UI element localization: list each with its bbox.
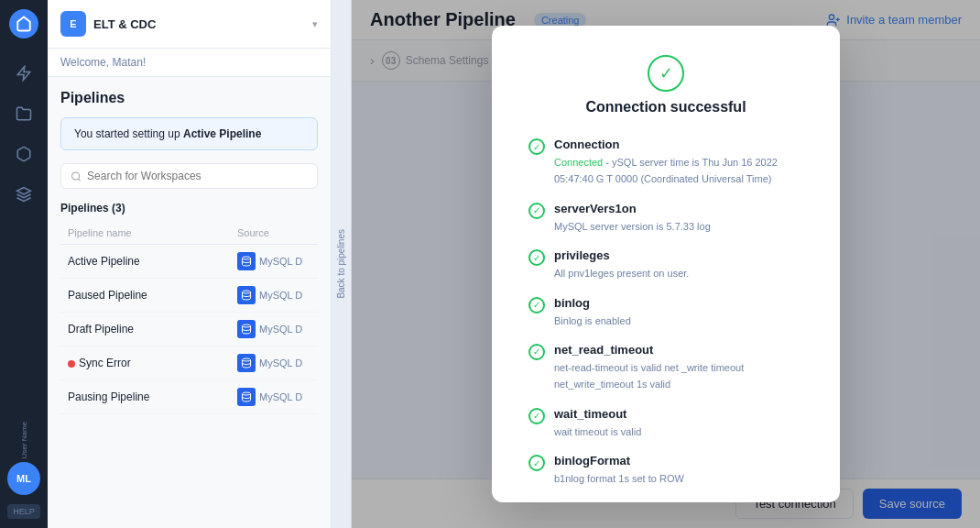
list-item[interactable]: Pausing Pipeline MySQL D bbox=[60, 380, 318, 414]
modal-items-list: ✓ Connection Connected - ySQL server tim… bbox=[528, 138, 803, 487]
check-item: ✓ privileges All pnv1leges present on us… bbox=[528, 248, 803, 280]
pipeline-row-name: Paused Pipeline bbox=[68, 289, 237, 302]
check-item: ✓ binlog Binlog is enabled bbox=[528, 296, 803, 328]
check-icon: ✓ bbox=[528, 203, 545, 219]
modal-overlay: ✓ Connection successful ✓ Connection Con… bbox=[352, 0, 980, 528]
notification-banner: You started setting up Active Pipeline bbox=[60, 117, 318, 150]
check-content: net_read_timeout net-read-timeout is val… bbox=[554, 343, 803, 392]
check-icon: ✓ bbox=[528, 408, 545, 424]
col-header-name: Pipeline name bbox=[68, 227, 237, 238]
pipeline-row-source: MySQL D bbox=[237, 252, 310, 270]
sidebar-bottom: User Name ML HELP bbox=[7, 422, 40, 519]
panel-content: Pipelines You started setting up Active … bbox=[48, 77, 331, 528]
svg-point-8 bbox=[243, 392, 251, 395]
notification-text-before: You started setting up bbox=[74, 127, 180, 140]
sidebar-item-folder[interactable] bbox=[7, 97, 40, 130]
check-label: binlogFormat bbox=[554, 454, 803, 468]
check-desc: b1nlog format 1s set to ROW bbox=[554, 473, 684, 484]
list-item[interactable]: Active Pipeline MySQL D bbox=[60, 245, 318, 279]
avatar[interactable]: ML bbox=[7, 462, 40, 495]
chevron-down-icon[interactable]: ▾ bbox=[312, 18, 318, 30]
pipeline-row-source: MySQL D bbox=[237, 320, 310, 338]
check-content: privileges All pnv1leges present on user… bbox=[554, 248, 803, 280]
svg-marker-0 bbox=[17, 67, 30, 81]
error-dot bbox=[68, 360, 75, 368]
source-label: MySQL D bbox=[259, 290, 302, 301]
svg-point-4 bbox=[243, 257, 251, 259]
db-icon bbox=[237, 252, 256, 270]
pipeline-row-name: Draft Pipeline bbox=[68, 323, 237, 336]
welcome-bar: Welcome, Matan! bbox=[48, 49, 331, 77]
svg-marker-1 bbox=[17, 188, 31, 195]
back-to-pipelines-panel[interactable]: Back to pipelines bbox=[332, 0, 352, 528]
check-item: ✓ Connection Connected - ySQL server tim… bbox=[528, 138, 803, 187]
check-content: wait_timeout wait timeout is valid bbox=[554, 407, 803, 439]
check-item: ✓ net_read_timeout net-read-timeout is v… bbox=[528, 343, 803, 392]
pipeline-list: Active Pipeline MySQL D Paused Pipeline … bbox=[60, 245, 318, 414]
col-header-source: Source bbox=[237, 227, 310, 238]
search-input[interactable] bbox=[87, 170, 308, 182]
sidebar: User Name ML HELP bbox=[0, 0, 48, 528]
table-header: Pipeline name Source bbox=[60, 222, 318, 245]
check-icon: ✓ bbox=[528, 249, 545, 266]
main-area: Another Pipeline Creating Invite a team … bbox=[352, 0, 980, 528]
check-content: Connection Connected - ySQL server time … bbox=[554, 138, 803, 187]
check-content: binlogFormat b1nlog format 1s set to ROW bbox=[554, 454, 803, 486]
pipeline-row-name: Pausing Pipeline bbox=[68, 390, 237, 403]
modal-title-area: ✓ Connection successful bbox=[528, 55, 803, 116]
source-label: MySQL D bbox=[259, 324, 302, 335]
check-label: privileges bbox=[554, 248, 803, 262]
modal-connection-successful: ✓ Connection successful ✓ Connection Con… bbox=[492, 26, 840, 502]
sidebar-item-layers[interactable] bbox=[7, 178, 40, 211]
check-icon: ✓ bbox=[528, 455, 545, 471]
check-label: Connection bbox=[554, 138, 803, 151]
check-desc: net-read-timeout is valid net _write tim… bbox=[554, 362, 744, 390]
check-desc: All pnv1leges present on user. bbox=[554, 268, 689, 279]
svg-point-5 bbox=[243, 291, 251, 293]
list-item[interactable]: Draft Pipeline MySQL D bbox=[60, 313, 318, 346]
check-label: wait_timeout bbox=[554, 407, 803, 421]
check-icon: ✓ bbox=[528, 297, 545, 314]
check-desc: MySQL server version is 5.7.33 log bbox=[554, 221, 711, 232]
check-item: ✓ binlogFormat b1nlog format 1s set to R… bbox=[528, 454, 803, 486]
db-icon bbox=[237, 320, 256, 338]
connected-label: Connected bbox=[554, 157, 603, 168]
list-item[interactable]: Sync Error MySQL D bbox=[60, 346, 318, 380]
check-label: net_read_timeout bbox=[554, 343, 803, 357]
sidebar-item-cube[interactable] bbox=[7, 138, 40, 170]
pipeline-row-source: MySQL D bbox=[237, 286, 310, 304]
svg-point-2 bbox=[72, 171, 80, 179]
page-title: Pipelines bbox=[60, 90, 318, 106]
svg-line-3 bbox=[78, 178, 80, 180]
back-to-pipelines-label: Back to pipelines bbox=[336, 229, 346, 299]
search-box[interactable] bbox=[60, 163, 318, 189]
sidebar-username-label: User Name bbox=[20, 422, 28, 458]
check-label: serverVers1on bbox=[554, 202, 803, 215]
left-panel: E ELT & CDC ▾ Welcome, Matan! Pipelines … bbox=[48, 0, 332, 528]
check-item: ✓ serverVers1on MySQL server version is … bbox=[528, 202, 803, 234]
notification-highlighted: Active Pipeline bbox=[183, 127, 261, 140]
source-label: MySQL D bbox=[259, 358, 302, 368]
check-desc: wait timeout is valid bbox=[554, 426, 641, 437]
search-icon bbox=[71, 170, 82, 182]
workspace-icon: E bbox=[60, 11, 86, 37]
sidebar-logo[interactable] bbox=[9, 9, 38, 38]
svg-point-6 bbox=[243, 324, 251, 327]
db-icon bbox=[237, 388, 256, 406]
pipeline-row-source: MySQL D bbox=[237, 354, 310, 372]
sidebar-item-lightning[interactable] bbox=[7, 57, 40, 90]
pipeline-row-name: Active Pipeline bbox=[68, 255, 237, 268]
pipeline-row-source: MySQL D bbox=[237, 388, 310, 406]
help-label[interactable]: HELP bbox=[7, 504, 40, 519]
list-item[interactable]: Paused Pipeline MySQL D bbox=[60, 279, 318, 313]
modal-title: Connection successful bbox=[528, 99, 803, 116]
db-icon bbox=[237, 354, 256, 372]
check-content: serverVers1on MySQL server version is 5.… bbox=[554, 202, 803, 234]
workspace-header: E ELT & CDC ▾ bbox=[48, 0, 331, 49]
pipelines-count: Pipelines (3) bbox=[60, 202, 318, 214]
check-label: binlog bbox=[554, 296, 803, 310]
pipeline-row-name: Sync Error bbox=[68, 357, 237, 369]
db-icon bbox=[237, 286, 256, 304]
check-item: ✓ wait_timeout wait timeout is valid bbox=[528, 407, 803, 439]
svg-point-7 bbox=[243, 358, 251, 361]
